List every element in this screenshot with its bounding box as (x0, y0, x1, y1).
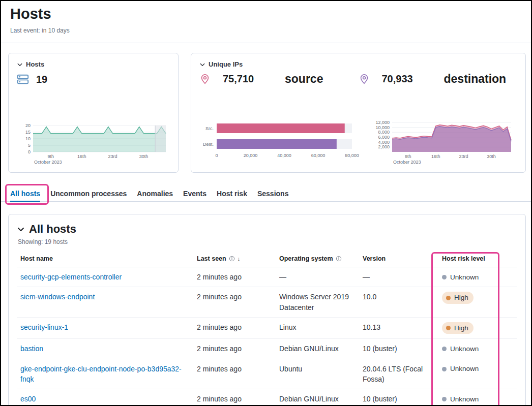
svg-text:9th: 9th (48, 154, 54, 159)
last-seen-cell: 2 minutes ago (193, 359, 276, 389)
tab-uncommon-processes[interactable]: Uncommon processes (50, 185, 127, 202)
svg-text:40,000: 40,000 (277, 153, 291, 158)
map-pin-icon (199, 74, 211, 85)
host-link[interactable]: bastion (20, 343, 43, 354)
risk-badge: Unknown (442, 394, 479, 404)
tab-all-hosts[interactable]: All hosts (10, 185, 40, 202)
info-icon[interactable] (336, 256, 342, 262)
unique-ips-kpi-panel: Unique IPs 75,710 source 70,933 destinat… (191, 53, 526, 173)
svg-text:October 2023: October 2023 (34, 160, 62, 165)
source-ip-label: source (285, 72, 323, 86)
risk-dot (446, 326, 451, 330)
unique-ips-header: Unique IPs (199, 60, 517, 68)
col-operating-system[interactable]: Operating system (276, 251, 359, 267)
hosts-kpi-header: Hosts (17, 60, 170, 68)
svg-text:23rd: 23rd (459, 154, 468, 159)
hosts-kpi-panel: Hosts 19 051015209th16th23rd30thOctober … (8, 53, 179, 173)
source-ip-metric: 75,710 source (199, 72, 359, 86)
hosts-page: Hosts Last event: in 10 days Hosts 19 (0, 0, 532, 406)
table-row: gke-endpoint-gke-clu-endpoint-node-po-b3… (17, 359, 517, 389)
svg-text:16th: 16th (77, 154, 86, 159)
os-cell: Linux (276, 317, 359, 339)
hosts-kpi-title: Hosts (26, 60, 44, 68)
svg-text:16th: 16th (431, 154, 440, 159)
col-version[interactable]: Version (359, 251, 438, 267)
tab-host-risk[interactable]: Host risk (217, 185, 247, 202)
version-cell: 10.13 (359, 317, 438, 339)
tab-events[interactable]: Events (183, 185, 206, 202)
last-seen-cell: 2 minutes ago (193, 287, 276, 318)
host-link[interactable]: security-gcp-elements-controller (20, 272, 122, 282)
svg-text:20: 20 (25, 123, 31, 128)
map-pin-icon (359, 74, 370, 85)
source-ip-count: 75,710 (223, 73, 267, 85)
all-hosts-panel: All hosts Showing: 19 hosts Host name La… (8, 214, 526, 406)
os-cell: — (276, 267, 359, 287)
svg-text:10,000: 10,000 (375, 125, 390, 130)
os-cell: Ubuntu (276, 359, 359, 389)
svg-text:23rd: 23rd (108, 154, 117, 159)
svg-text:0: 0 (28, 149, 31, 154)
svg-text:4,000: 4,000 (378, 140, 390, 145)
svg-text:9th: 9th (405, 154, 411, 159)
version-cell: 20.04.6 LTS (Focal Fossa) (359, 359, 438, 389)
unique-ips-area-chart[interactable]: 2,0004,0006,0008,00010,00012,0009th16th2… (369, 120, 517, 165)
destination-ip-label: destination (444, 72, 507, 86)
tab-sessions[interactable]: Sessions (257, 185, 288, 202)
svg-text:12,000: 12,000 (375, 120, 390, 125)
showing-count: Showing: 19 hosts (18, 238, 517, 245)
info-icon[interactable] (229, 256, 235, 262)
kpi-row: Hosts 19 051015209th16th23rd30thOctober … (8, 53, 526, 173)
col-host-risk-level[interactable]: Host risk level (438, 251, 517, 267)
svg-text:30th: 30th (139, 154, 149, 159)
risk-badge: High (442, 292, 474, 304)
sort-desc-icon[interactable]: ↓ (238, 256, 241, 262)
chevron-down-icon[interactable] (17, 225, 25, 233)
host-link[interactable]: security-linux-1 (20, 322, 68, 332)
col-host-name[interactable]: Host name (17, 251, 193, 267)
risk-badge: Unknown (442, 272, 479, 283)
table-row: security-linux-1 2 minutes ago Linux 10.… (17, 317, 517, 339)
version-cell: 10 (buster) (359, 389, 438, 406)
chevron-down-icon[interactable] (199, 61, 205, 68)
storage-icon (17, 73, 29, 85)
last-seen-cell: 2 minutes ago (193, 267, 276, 287)
host-link[interactable]: es00 (20, 394, 36, 404)
col-last-seen[interactable]: Last seen ↓ (193, 251, 276, 267)
host-link[interactable]: siem-windows-endpoint (20, 292, 95, 302)
hosts-count: 19 (36, 74, 47, 85)
unique-ips-charts: Src.Dest.020,00040,00060,00080,000 2,000… (199, 120, 517, 165)
svg-text:10: 10 (25, 136, 31, 141)
version-cell: 10 (buster) (359, 339, 438, 359)
risk-dot (442, 367, 447, 371)
version-cell: 10.0 (359, 287, 438, 318)
host-link[interactable]: gke-endpoint-gke-clu-endpoint-node-po-b3… (20, 364, 189, 385)
last-seen-cell: 2 minutes ago (193, 317, 276, 339)
chevron-down-icon[interactable] (17, 61, 23, 68)
svg-text:6,000: 6,000 (378, 135, 390, 140)
risk-badge: Unknown (442, 364, 479, 374)
svg-text:80,000: 80,000 (345, 153, 359, 158)
svg-text:20,000: 20,000 (244, 153, 258, 158)
table-row: security-gcp-elements-controller 2 minut… (17, 267, 517, 287)
os-cell: Debian GNU/Linux (276, 389, 359, 406)
table-row: bastion 2 minutes ago Debian GNU/Linux 1… (17, 339, 517, 359)
svg-text:0: 0 (215, 153, 218, 158)
svg-text:Src.: Src. (205, 126, 214, 131)
tab-anomalies[interactable]: Anomalies (137, 185, 173, 202)
table-header-row: Host name Last seen ↓ Operating system V… (17, 251, 517, 267)
svg-text:60,000: 60,000 (311, 153, 326, 158)
hosts-area-chart[interactable]: 051015209th16th23rd30thOctober 2023 (17, 122, 171, 165)
page-header: Hosts Last event: in 10 days (10, 5, 70, 34)
all-hosts-table: Host name Last seen ↓ Operating system V… (17, 251, 517, 406)
hosts-metric: 19 (17, 73, 170, 85)
svg-text:15: 15 (25, 130, 31, 135)
unique-ips-bar-chart[interactable]: Src.Dest.020,00040,00060,00080,000 (199, 120, 362, 165)
svg-text:5: 5 (28, 143, 31, 148)
risk-dot (446, 296, 451, 300)
risk-badge: Unknown (442, 344, 479, 354)
last-seen-cell: 2 minutes ago (193, 339, 276, 359)
all-hosts-title: All hosts (29, 223, 76, 236)
svg-text:Dest.: Dest. (203, 142, 214, 147)
hosts-tabs: All hosts Uncommon processes Anomalies E… (1, 185, 531, 202)
